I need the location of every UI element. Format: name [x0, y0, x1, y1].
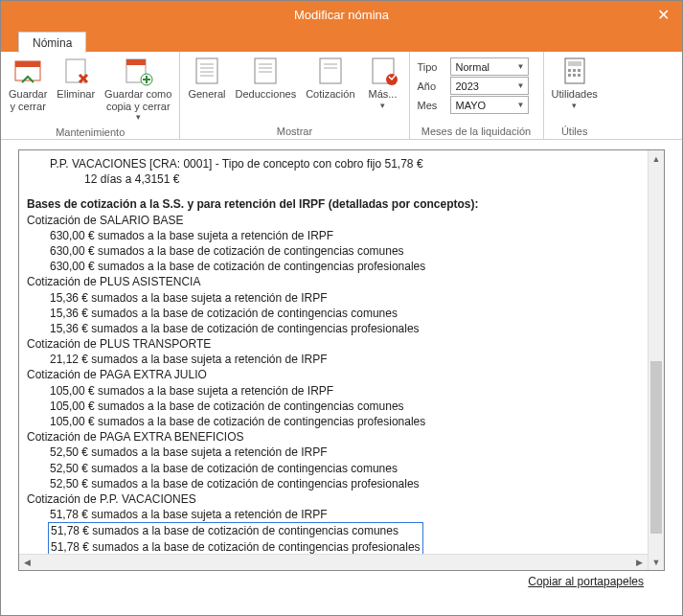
group-mantenimiento: Guardar y cerrar Eliminar Guardar como c…: [1, 52, 180, 139]
tab-strip: Nómina: [1, 28, 682, 52]
chevron-down-icon: ▼: [517, 62, 525, 71]
general-icon: [192, 56, 222, 86]
tipo-value: Normal: [456, 61, 489, 73]
deducciones-button[interactable]: Deducciones: [232, 54, 301, 103]
text-line: 15,36 € sumados a la base de cotización …: [27, 321, 640, 336]
chevron-down-icon: ▾: [572, 101, 577, 110]
vertical-scrollbar[interactable]: ▲ ▼: [648, 150, 664, 570]
text-line: 105,00 € sumados a la base de cotización…: [27, 414, 640, 429]
guardar-copia-button[interactable]: Guardar como copia y cerrar ▾: [101, 54, 175, 125]
ribbon: Guardar y cerrar Eliminar Guardar como c…: [1, 52, 682, 140]
cotizacion-button[interactable]: Cotización: [302, 54, 358, 103]
text-line: 630,00 € sumados a la base de cotización…: [27, 259, 640, 274]
scroll-up-icon[interactable]: ▲: [649, 150, 664, 167]
close-button[interactable]: ✕: [644, 1, 682, 28]
scroll-down-icon[interactable]: ▼: [649, 554, 664, 570]
text-line: 630,00 € sumados a la base de cotización…: [27, 243, 640, 259]
deducciones-icon: [250, 56, 281, 86]
svg-rect-27: [578, 74, 581, 77]
chevron-down-icon: ▼: [517, 101, 525, 109]
svg-rect-25: [568, 74, 571, 77]
scroll-left-icon[interactable]: ◀: [19, 555, 35, 571]
tab-nomina[interactable]: Nómina: [18, 32, 86, 53]
text-line: 105,00 € sumados a la base sujeta a rete…: [27, 383, 640, 399]
label: Eliminar: [57, 88, 95, 101]
save-copy-icon: [123, 56, 153, 86]
mes-label: Mes: [418, 100, 446, 111]
svg-rect-6: [196, 58, 217, 83]
text-line: Cotización de P.P. VACACIONES: [27, 491, 640, 507]
mas-button[interactable]: Más... ▾: [361, 54, 405, 112]
scroll-thumb[interactable]: [650, 361, 662, 534]
svg-rect-26: [573, 74, 576, 77]
text-line: 52,50 € sumados a la base de cotización …: [27, 461, 640, 476]
calculator-icon: [559, 56, 590, 86]
label: Guardar y cerrar: [9, 88, 47, 112]
cotizacion-icon: [315, 56, 346, 86]
group-label: Mantenimiento: [5, 125, 175, 140]
chevron-down-icon: ▾: [380, 101, 385, 110]
section-heading: Bases de cotización a la S.S. y para ret…: [27, 196, 640, 212]
svg-rect-11: [255, 58, 276, 83]
window-title: Modificar nómina: [294, 8, 389, 22]
copy-to-clipboard-link[interactable]: Copiar al portapapeles: [528, 575, 644, 588]
group-meses: Tipo Normal ▼ Año 2023 ▼ Mes MAYO ▼: [410, 52, 544, 139]
svg-rect-22: [568, 69, 571, 72]
utilidades-button[interactable]: Utilidades ▾: [548, 54, 602, 112]
svg-rect-21: [568, 61, 581, 66]
text-line: 15,36 € sumados a la base sujeta a reten…: [27, 290, 640, 306]
tipo-label: Tipo: [418, 61, 446, 73]
text-line: Cotización de PLUS ASISTENCIA: [27, 274, 640, 289]
highlighted-lines: 51,78 € sumados a la base de cotización …: [48, 522, 423, 557]
label: Guardar como copia y cerrar: [104, 88, 171, 112]
text-line: 630,00 € sumados a la base sujeta a rete…: [27, 228, 640, 243]
text-line: 15,36 € sumados a la base de cotización …: [27, 306, 640, 321]
ano-value: 2023: [456, 80, 479, 92]
text-line: 12 días a 4,3151 €: [27, 171, 640, 187]
text-line: 105,00 € sumados a la base de cotización…: [27, 399, 640, 414]
horizontal-scrollbar[interactable]: ◀ ▶: [19, 554, 648, 570]
scroll-right-icon[interactable]: ▶: [631, 555, 648, 571]
group-label: Meses de la liquidación: [414, 124, 539, 139]
title-bar: Modificar nómina ✕: [1, 1, 682, 28]
ano-label: Año: [418, 80, 446, 92]
svg-rect-4: [126, 59, 146, 65]
text-line: 51,78 € sumados a la base de cotización …: [51, 523, 421, 539]
guardar-cerrar-button[interactable]: Guardar y cerrar: [5, 54, 51, 114]
svg-rect-24: [578, 69, 581, 72]
text-line: Cotización de PAGA EXTRA JULIO: [27, 367, 640, 382]
text-line: Cotización de PAGA EXTRA BENEFICIOS: [27, 429, 640, 445]
chevron-down-icon: ▼: [517, 81, 525, 90]
group-label: Útiles: [548, 124, 602, 139]
group-label: Mostrar: [184, 124, 404, 139]
tipo-combo[interactable]: Normal ▼: [450, 57, 529, 76]
svg-rect-1: [15, 61, 40, 67]
mas-icon: [368, 56, 398, 86]
label: Cotización: [306, 88, 354, 101]
svg-rect-15: [320, 58, 341, 83]
text-line: Cotización de SALARIO BASE: [27, 213, 640, 228]
label: Deducciones: [236, 88, 297, 101]
text-line: P.P. VACACIONES [CRA: 0001] - Tipo de co…: [27, 156, 640, 171]
mes-combo[interactable]: MAYO ▼: [450, 96, 529, 114]
text-line: 52,50 € sumados a la base de cotización …: [27, 476, 640, 491]
chevron-down-icon: ▾: [136, 112, 141, 122]
document-panel: P.P. VACACIONES [CRA: 0001] - Tipo de co…: [18, 149, 665, 571]
label: Utilidades: [552, 88, 598, 101]
label: Más...: [369, 88, 398, 101]
delete-icon: [60, 56, 91, 86]
label: General: [188, 88, 225, 101]
general-button[interactable]: General: [184, 54, 229, 103]
mes-value: MAYO: [456, 100, 487, 111]
eliminar-button[interactable]: Eliminar: [53, 54, 99, 103]
text-line: 21,12 € sumados a la base sujeta a reten…: [27, 352, 640, 367]
text-line: 51,78 € sumados a la base sujeta a reten…: [27, 507, 640, 522]
ano-combo[interactable]: 2023 ▼: [450, 77, 529, 95]
svg-rect-23: [573, 69, 576, 72]
text-line: Cotización de PLUS TRANSPORTE: [27, 336, 640, 352]
group-mostrar: General Deducciones Cotización Más... ▾ …: [180, 52, 409, 139]
group-utiles: Utilidades ▾ Útiles: [544, 52, 605, 139]
document-body: P.P. VACACIONES [CRA: 0001] - Tipo de co…: [19, 150, 648, 564]
save-close-icon: [12, 56, 43, 86]
text-line: 52,50 € sumados a la base sujeta a reten…: [27, 445, 640, 460]
